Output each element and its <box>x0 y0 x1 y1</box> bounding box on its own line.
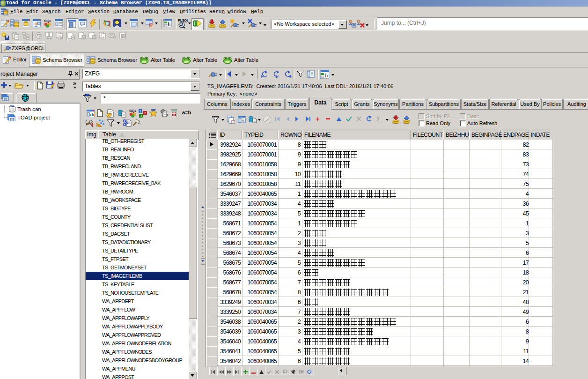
svg-text:3: 3 <box>140 114 142 118</box>
svg-text:2: 2 <box>144 111 146 115</box>
svg-text:1: 1 <box>140 110 141 113</box>
svg-text:PLSQL: PLSQL <box>178 19 188 22</box>
svg-text:SQL: SQL <box>129 109 136 113</box>
svg-text:1: 1 <box>275 74 278 78</box>
svg-text:SQL: SQL <box>44 19 51 23</box>
